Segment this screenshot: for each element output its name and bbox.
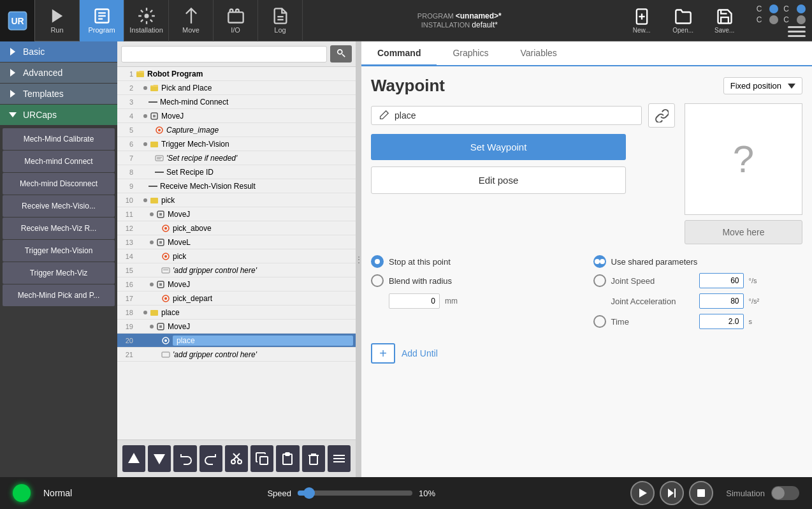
tree-row[interactable]: 9 Receive Mech-Vision Result	[117, 179, 356, 193]
tree-row[interactable]: 12 pick_above	[117, 221, 356, 235]
time-radio[interactable]	[593, 315, 606, 328]
play-button[interactable]	[630, 481, 655, 505]
sidebar-item-6[interactable]: Trigger Mech-Viz	[3, 262, 115, 284]
redo-button[interactable]	[199, 445, 222, 472]
tree-row[interactable]: 5 Capture_image	[117, 123, 356, 137]
edit-pencil-icon	[378, 110, 389, 121]
svg-point-37	[150, 212, 154, 216]
sidebar-advanced[interactable]: Advanced	[0, 63, 117, 83]
sidebar-item-4[interactable]: Receive Mech-Viz R...	[3, 218, 115, 239]
tab-command[interactable]: Command	[361, 41, 437, 66]
tab-move[interactable]: Move	[169, 0, 214, 41]
tab-variables[interactable]: Variables	[504, 41, 572, 66]
joint-speed-radio[interactable]	[593, 274, 606, 287]
sidebar-basic[interactable]: Basic	[0, 41, 117, 62]
tree-row[interactable]: 10 pick	[117, 193, 356, 207]
svg-rect-52	[150, 310, 158, 316]
tree-row[interactable]: 18 place	[117, 306, 356, 320]
tree-row[interactable]: 6 Trigger Mech-Vision	[117, 137, 356, 151]
move-here-button[interactable]: Move here	[685, 220, 802, 244]
tab-graphics[interactable]: Graphics	[437, 41, 504, 66]
tab-io[interactable]: I/O	[214, 0, 258, 41]
tree-row[interactable]: 19 MoveJ	[117, 320, 356, 334]
indicator-1	[769, 4, 778, 13]
tree-row[interactable]: 13 MoveL	[117, 235, 356, 249]
tree-row-selected[interactable]: 20 place	[117, 334, 356, 348]
sidebar-item-2[interactable]: Mech-mind Disconnect	[3, 173, 115, 195]
sidebar-item-0[interactable]: Mech-Mind Calibrate	[3, 128, 115, 150]
sidebar-item-3[interactable]: Receive Mech-Visio...	[3, 195, 115, 217]
tree-row[interactable]: 11 MoveJ	[117, 207, 356, 221]
tab-log[interactable]: Log	[258, 0, 303, 41]
sidebar-item-7[interactable]: Mech-Mind Pick and P...	[3, 284, 115, 306]
tree-content: 1 Robot Program 2 Pick and Place 3 Mech-…	[117, 67, 356, 439]
menu-icon[interactable]	[788, 26, 806, 37]
delete-button[interactable]	[302, 445, 325, 472]
svg-point-18	[338, 50, 342, 54]
sidebar-templates[interactable]: Templates	[0, 84, 117, 104]
tree-row[interactable]: 8 Set Recipe ID	[117, 165, 356, 179]
sidebar-urcaps[interactable]: URCaps	[0, 105, 117, 125]
tab-program[interactable]: Program	[80, 0, 124, 41]
cut-button[interactable]	[225, 445, 248, 472]
sidebar-item-1[interactable]: Mech-mind Connect	[3, 151, 115, 172]
search-input[interactable]	[121, 46, 327, 63]
speed-value: 10%	[419, 489, 435, 498]
simulation-toggle[interactable]	[771, 486, 799, 500]
speed-label: Speed	[267, 489, 291, 498]
tree-row[interactable]: 17 pick_depart	[117, 291, 356, 306]
svg-marker-71	[788, 84, 795, 89]
add-until-button[interactable]: +	[371, 343, 395, 364]
tab-run[interactable]: Run	[35, 0, 80, 41]
dot-icon	[142, 141, 149, 147]
svg-marker-59	[154, 454, 165, 464]
paste-button[interactable]	[276, 445, 299, 472]
waypoint-link-button[interactable]	[648, 103, 675, 128]
params-section: Stop at this point Blend with radius mm	[371, 255, 802, 329]
speed-slider[interactable]	[298, 491, 412, 496]
joint-accel-input[interactable]	[699, 293, 744, 309]
svg-marker-15	[10, 69, 15, 77]
suppress-button[interactable]	[328, 445, 351, 472]
tree-row[interactable]: 7 'Set recipe if needed'	[117, 151, 356, 165]
tree-row[interactable]: 2 Pick and Place	[117, 81, 356, 95]
position-type-dropdown[interactable]: Fixed position	[723, 77, 802, 94]
time-input[interactable]	[699, 314, 744, 329]
tab-installation[interactable]: Installation	[124, 0, 169, 41]
move-down-button[interactable]	[148, 445, 171, 472]
tree-row[interactable]: 16 MoveJ	[117, 277, 356, 291]
new-button[interactable]: New...	[623, 4, 661, 37]
blend-radio[interactable]: Blend with radius	[371, 274, 581, 287]
set-waypoint-button[interactable]: Set Waypoint	[371, 134, 626, 160]
blend-input[interactable]	[389, 293, 440, 309]
shared-params-radio[interactable]: Use shared parameters	[593, 255, 803, 268]
search-button[interactable]	[330, 45, 352, 63]
program-info: PROGRAM <unnamed>* INSTALLATION default*	[303, 11, 616, 29]
tree-row[interactable]: 1 Robot Program	[117, 67, 356, 81]
svg-point-51	[143, 311, 147, 314]
move-up-button[interactable]	[122, 445, 145, 472]
blend-value-row: mm	[389, 293, 581, 309]
step-button[interactable]	[660, 481, 684, 505]
dash-icon	[149, 101, 157, 103]
undo-icon	[178, 452, 192, 466]
waypoint-preview: ?	[685, 103, 802, 215]
tree-row[interactable]: 21 'add gripper control here'	[117, 348, 356, 362]
svg-rect-29	[150, 142, 158, 147]
stop-button[interactable]	[689, 481, 713, 505]
drag-handle[interactable]	[356, 41, 361, 477]
undo-button[interactable]	[173, 445, 196, 472]
open-button[interactable]: Open...	[664, 4, 702, 37]
save-button[interactable]: Save...	[706, 4, 744, 37]
stop-radio[interactable]: Stop at this point	[371, 255, 581, 268]
tree-row[interactable]: 15 'add gripper control here'	[117, 263, 356, 277]
tree-row[interactable]: 4 MoveJ	[117, 109, 356, 123]
move-icon	[150, 112, 159, 121]
edit-pose-button[interactable]: Edit pose	[371, 166, 626, 194]
copy-button[interactable]	[250, 445, 273, 472]
sidebar-item-5[interactable]: Trigger Mech-Vision	[3, 240, 115, 262]
tree-row[interactable]: 3 Mech-mind Connect	[117, 95, 356, 109]
joint-speed-input[interactable]	[699, 273, 744, 288]
status-text: Normal	[43, 488, 72, 498]
tree-row[interactable]: 14 pick	[117, 249, 356, 263]
